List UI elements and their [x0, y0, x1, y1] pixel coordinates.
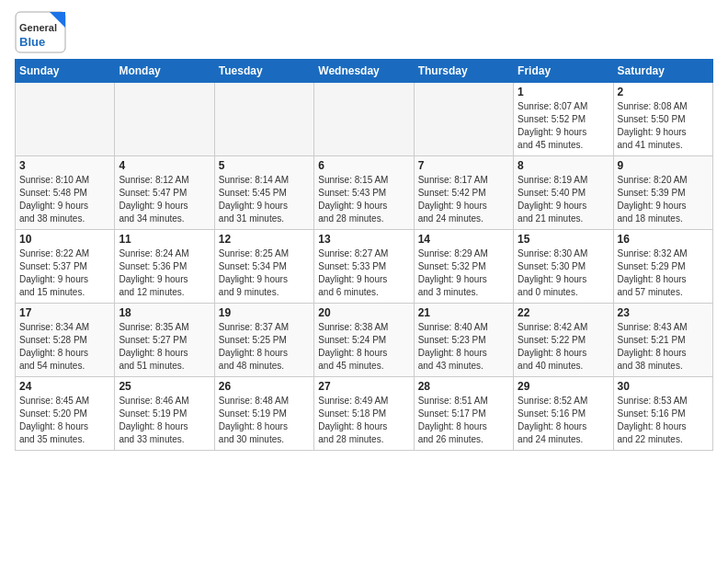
day-info: Sunrise: 8:07 AM Sunset: 5:52 PM Dayligh…: [518, 100, 609, 152]
calendar-week-row: 17Sunrise: 8:34 AM Sunset: 5:28 PM Dayli…: [16, 304, 713, 377]
calendar-cell: [214, 83, 313, 156]
calendar-cell: 15Sunrise: 8:30 AM Sunset: 5:30 PM Dayli…: [514, 230, 613, 304]
calendar-cell: 9Sunrise: 8:20 AM Sunset: 5:39 PM Daylig…: [613, 156, 712, 230]
calendar-cell: 10Sunrise: 8:22 AM Sunset: 5:37 PM Dayli…: [16, 230, 115, 304]
calendar-table: SundayMondayTuesdayWednesdayThursdayFrid…: [15, 59, 713, 451]
day-info: Sunrise: 8:32 AM Sunset: 5:29 PM Dayligh…: [618, 247, 709, 299]
day-info: Sunrise: 8:48 AM Sunset: 5:19 PM Dayligh…: [219, 395, 310, 446]
day-number: 1: [518, 86, 609, 98]
day-info: Sunrise: 8:51 AM Sunset: 5:17 PM Dayligh…: [418, 395, 509, 446]
day-info: Sunrise: 8:20 AM Sunset: 5:39 PM Dayligh…: [618, 174, 709, 225]
day-info: Sunrise: 8:10 AM Sunset: 5:48 PM Dayligh…: [19, 174, 110, 225]
day-info: Sunrise: 8:34 AM Sunset: 5:28 PM Dayligh…: [19, 321, 110, 373]
calendar-cell: [115, 83, 214, 156]
calendar-cell: 25Sunrise: 8:46 AM Sunset: 5:19 PM Dayli…: [115, 377, 214, 451]
logo-svg: GeneralBlue: [15, 11, 66, 53]
logo: GeneralBlue: [15, 11, 66, 53]
calendar-cell: 28Sunrise: 8:51 AM Sunset: 5:17 PM Dayli…: [414, 377, 513, 451]
calendar-cell: 22Sunrise: 8:42 AM Sunset: 5:22 PM Dayli…: [514, 304, 613, 377]
page: GeneralBlue SundayMondayTuesdayWednesday…: [0, 0, 728, 458]
calendar-cell: 14Sunrise: 8:29 AM Sunset: 5:32 PM Dayli…: [414, 230, 513, 304]
weekday-header: Monday: [115, 60, 214, 83]
day-number: 25: [119, 380, 210, 393]
calendar-cell: 26Sunrise: 8:48 AM Sunset: 5:19 PM Dayli…: [214, 377, 313, 451]
day-info: Sunrise: 8:15 AM Sunset: 5:43 PM Dayligh…: [318, 174, 409, 225]
calendar-cell: 30Sunrise: 8:53 AM Sunset: 5:16 PM Dayli…: [613, 377, 712, 451]
calendar-cell: 1Sunrise: 8:07 AM Sunset: 5:52 PM Daylig…: [514, 83, 613, 156]
day-number: 13: [318, 233, 409, 246]
day-number: 28: [418, 380, 509, 393]
day-number: 16: [618, 233, 709, 246]
calendar-cell: 24Sunrise: 8:45 AM Sunset: 5:20 PM Dayli…: [16, 377, 115, 451]
day-info: Sunrise: 8:30 AM Sunset: 5:30 PM Dayligh…: [518, 247, 609, 299]
calendar-cell: [314, 83, 414, 156]
calendar-cell: 3Sunrise: 8:10 AM Sunset: 5:48 PM Daylig…: [16, 156, 115, 230]
day-info: Sunrise: 8:37 AM Sunset: 5:25 PM Dayligh…: [219, 321, 310, 373]
calendar-cell: 2Sunrise: 8:08 AM Sunset: 5:50 PM Daylig…: [613, 83, 712, 156]
day-number: 19: [219, 306, 310, 319]
weekday-header: Thursday: [414, 60, 513, 83]
day-info: Sunrise: 8:27 AM Sunset: 5:33 PM Dayligh…: [318, 247, 409, 299]
calendar-cell: 27Sunrise: 8:49 AM Sunset: 5:18 PM Dayli…: [314, 377, 414, 451]
day-number: 10: [19, 233, 110, 246]
calendar-cell: 8Sunrise: 8:19 AM Sunset: 5:40 PM Daylig…: [514, 156, 613, 230]
day-info: Sunrise: 8:40 AM Sunset: 5:23 PM Dayligh…: [418, 321, 509, 373]
weekday-header: Friday: [514, 60, 613, 83]
day-info: Sunrise: 8:35 AM Sunset: 5:27 PM Dayligh…: [119, 321, 210, 373]
day-info: Sunrise: 8:29 AM Sunset: 5:32 PM Dayligh…: [418, 247, 509, 299]
day-number: 14: [418, 233, 509, 246]
calendar-week-row: 10Sunrise: 8:22 AM Sunset: 5:37 PM Dayli…: [16, 230, 713, 304]
day-info: Sunrise: 8:19 AM Sunset: 5:40 PM Dayligh…: [518, 174, 609, 225]
day-number: 8: [518, 159, 609, 172]
day-info: Sunrise: 8:46 AM Sunset: 5:19 PM Dayligh…: [119, 395, 210, 446]
day-info: Sunrise: 8:42 AM Sunset: 5:22 PM Dayligh…: [518, 321, 609, 373]
calendar-cell: 7Sunrise: 8:17 AM Sunset: 5:42 PM Daylig…: [414, 156, 513, 230]
svg-text:Blue: Blue: [19, 35, 45, 49]
day-info: Sunrise: 8:12 AM Sunset: 5:47 PM Dayligh…: [119, 174, 210, 225]
calendar-cell: 21Sunrise: 8:40 AM Sunset: 5:23 PM Dayli…: [414, 304, 513, 377]
day-info: Sunrise: 8:14 AM Sunset: 5:45 PM Dayligh…: [219, 174, 310, 225]
calendar-cell: 29Sunrise: 8:52 AM Sunset: 5:16 PM Dayli…: [514, 377, 613, 451]
weekday-header: Tuesday: [214, 60, 313, 83]
day-number: 22: [518, 306, 609, 319]
day-number: 12: [219, 233, 310, 246]
day-number: 5: [219, 159, 310, 172]
day-info: Sunrise: 8:43 AM Sunset: 5:21 PM Dayligh…: [618, 321, 709, 373]
day-number: 6: [318, 159, 409, 172]
calendar-header-row: SundayMondayTuesdayWednesdayThursdayFrid…: [16, 60, 713, 83]
calendar-cell: 16Sunrise: 8:32 AM Sunset: 5:29 PM Dayli…: [613, 230, 712, 304]
day-info: Sunrise: 8:22 AM Sunset: 5:37 PM Dayligh…: [19, 247, 110, 299]
calendar-cell: 20Sunrise: 8:38 AM Sunset: 5:24 PM Dayli…: [314, 304, 414, 377]
day-number: 18: [119, 306, 210, 319]
day-number: 21: [418, 306, 509, 319]
day-number: 30: [618, 380, 709, 393]
svg-text:General: General: [19, 22, 57, 33]
day-number: 23: [618, 306, 709, 319]
day-number: 2: [618, 86, 709, 98]
day-number: 17: [19, 306, 110, 319]
day-info: Sunrise: 8:45 AM Sunset: 5:20 PM Dayligh…: [19, 395, 110, 446]
day-number: 11: [119, 233, 210, 246]
day-info: Sunrise: 8:24 AM Sunset: 5:36 PM Dayligh…: [119, 247, 210, 299]
calendar-cell: [16, 83, 115, 156]
calendar-cell: 4Sunrise: 8:12 AM Sunset: 5:47 PM Daylig…: [115, 156, 214, 230]
calendar-cell: [414, 83, 513, 156]
day-info: Sunrise: 8:25 AM Sunset: 5:34 PM Dayligh…: [219, 247, 310, 299]
day-number: 27: [318, 380, 409, 393]
weekday-header: Wednesday: [314, 60, 414, 83]
day-info: Sunrise: 8:38 AM Sunset: 5:24 PM Dayligh…: [318, 321, 409, 373]
day-number: 4: [119, 159, 210, 172]
header: GeneralBlue: [15, 11, 713, 53]
day-number: 26: [219, 380, 310, 393]
calendar-cell: 5Sunrise: 8:14 AM Sunset: 5:45 PM Daylig…: [214, 156, 313, 230]
day-info: Sunrise: 8:17 AM Sunset: 5:42 PM Dayligh…: [418, 174, 509, 225]
day-number: 3: [19, 159, 110, 172]
day-number: 9: [618, 159, 709, 172]
day-info: Sunrise: 8:52 AM Sunset: 5:16 PM Dayligh…: [518, 395, 609, 446]
calendar-cell: 13Sunrise: 8:27 AM Sunset: 5:33 PM Dayli…: [314, 230, 414, 304]
calendar-week-row: 3Sunrise: 8:10 AM Sunset: 5:48 PM Daylig…: [16, 156, 713, 230]
calendar-cell: 17Sunrise: 8:34 AM Sunset: 5:28 PM Dayli…: [16, 304, 115, 377]
calendar-cell: 6Sunrise: 8:15 AM Sunset: 5:43 PM Daylig…: [314, 156, 414, 230]
calendar-week-row: 24Sunrise: 8:45 AM Sunset: 5:20 PM Dayli…: [16, 377, 713, 451]
calendar-cell: 18Sunrise: 8:35 AM Sunset: 5:27 PM Dayli…: [115, 304, 214, 377]
